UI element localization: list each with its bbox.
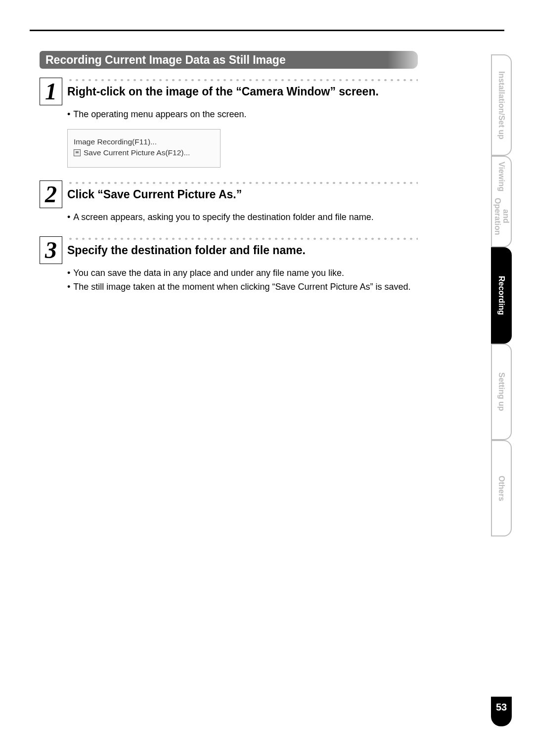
bullet-text: The operating menu appears on the screen… xyxy=(67,108,418,120)
tab-label-line: Viewing xyxy=(497,162,506,191)
step-head: 2 Click “Save Current Picture As.” xyxy=(40,180,418,208)
bullet-text: A screen appears, asking you to specify … xyxy=(67,211,418,223)
step-1: 1 Right-click on the image of the “Camer… xyxy=(40,78,418,168)
tab-viewing-operation: Viewing and Operation xyxy=(491,156,512,247)
step-3: 3 Specify the destination folder and fil… xyxy=(40,236,418,293)
context-menu-item: Image Recording(F11)... xyxy=(74,136,214,147)
menu-item-label: Save Current Picture As(F12)... xyxy=(84,148,190,157)
dotted-rule xyxy=(67,180,418,185)
step-number-box: 3 xyxy=(40,236,62,264)
step-number-box: 2 xyxy=(40,180,62,208)
step-head: 3 Specify the destination folder and fil… xyxy=(40,236,418,264)
dotted-rule xyxy=(67,236,418,241)
manual-page: Recording Current Image Data as Still Im… xyxy=(0,0,534,756)
menu-item-label: Image Recording(F11)... xyxy=(74,137,157,146)
step-title-column: Specify the destination folder and file … xyxy=(67,236,418,258)
bullet-content: A screen appears, asking you to specify … xyxy=(73,211,373,223)
step-2: 2 Click “Save Current Picture As.” A scr… xyxy=(40,180,418,223)
context-menu-item: Save Current Picture As(F12)... xyxy=(74,147,214,158)
dotted-rule xyxy=(67,78,418,83)
step-number: 2 xyxy=(45,182,57,206)
step-title: Click “Save Current Picture As.” xyxy=(67,187,418,202)
step-title: Right-click on the image of the “Camera … xyxy=(67,85,418,99)
top-rule xyxy=(30,30,504,31)
bullet-text: The still image taken at the moment when… xyxy=(67,281,418,293)
tab-label-line: and Operation xyxy=(493,191,510,241)
tab-recording: Recording xyxy=(491,247,512,344)
step-head: 1 Right-click on the image of the “Camer… xyxy=(40,78,418,105)
step-number: 1 xyxy=(45,80,57,103)
step-number-box: 1 xyxy=(40,78,62,105)
context-menu-screenshot: Image Recording(F11)... Save Current Pic… xyxy=(67,129,221,168)
page-number: 53 xyxy=(491,697,512,726)
step-body: The operating menu appears on the screen… xyxy=(40,108,418,168)
bullet-content: You can save the data in any place and u… xyxy=(73,267,344,279)
bullet-text: You can save the data in any place and u… xyxy=(67,267,418,279)
step-body: A screen appears, asking you to specify … xyxy=(40,211,418,223)
tab-setting-up: Setting up xyxy=(491,344,512,440)
side-tab-strip: Installation/Set up Viewing and Operatio… xyxy=(491,54,512,536)
step-body: You can save the data in any place and u… xyxy=(40,267,418,293)
tab-installation-setup: Installation/Set up xyxy=(491,54,512,156)
save-icon xyxy=(74,149,81,156)
bullet-content: The operating menu appears on the screen… xyxy=(73,108,246,120)
tab-others: Others xyxy=(491,440,512,536)
step-title-column: Click “Save Current Picture As.” xyxy=(67,180,418,202)
step-title-column: Right-click on the image of the “Camera … xyxy=(67,78,418,99)
step-title: Specify the destination folder and file … xyxy=(67,243,418,258)
content-area: Recording Current Image Data as Still Im… xyxy=(40,51,418,293)
bullet-content: The still image taken at the moment when… xyxy=(73,281,410,293)
step-number: 3 xyxy=(45,238,57,262)
section-heading: Recording Current Image Data as Still Im… xyxy=(40,51,418,69)
